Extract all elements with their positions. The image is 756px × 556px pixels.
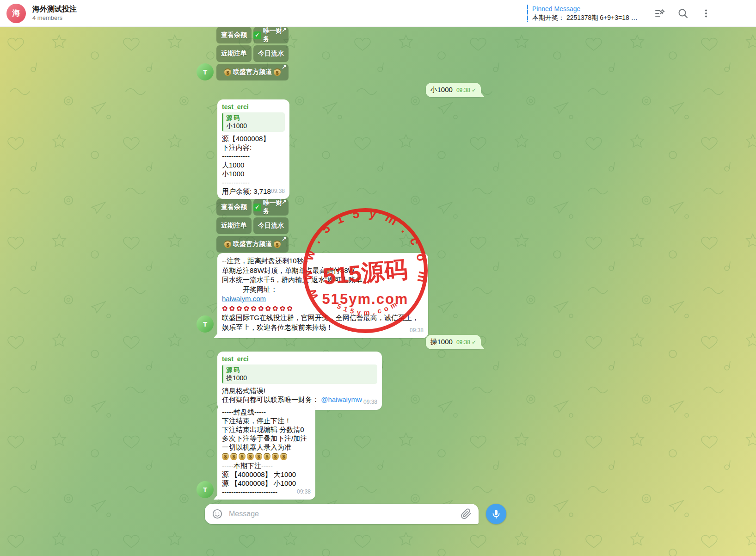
button-today-turnover[interactable]: 今日流水 xyxy=(253,217,289,234)
rose-icon: ✿ xyxy=(265,304,272,312)
bot-message-close: -----封盘线----- 下注结束，停止下注！ 下注结束出现编辑 分数清0 多… xyxy=(217,404,315,500)
message-time: 09:38 xyxy=(363,398,377,407)
group-avatar[interactable]: 海 xyxy=(6,4,26,23)
rose-row: ✿✿✿✿✿✿✿✿✿✿ xyxy=(222,304,424,314)
button-official-channel[interactable]: $ 联盛官方频道 $ ↗ xyxy=(216,236,289,253)
rose-icon: ✿ xyxy=(280,304,287,312)
sender-name[interactable]: test_erci xyxy=(222,355,377,364)
quote-title: 源 码 xyxy=(226,366,374,374)
chat-info[interactable]: 海外测试投注 4 members xyxy=(32,5,77,22)
bot-avatar[interactable]: T xyxy=(197,481,214,498)
bot-message-notice: --注意，距离封盘还剩10秒-- 单期总注88W封顶，单期单点最高赔付88W 回… xyxy=(217,253,428,338)
finance-mention-link[interactable]: @haiwaiymw xyxy=(321,395,362,403)
button-label: 联盛官方频道 xyxy=(233,68,272,76)
voice-record-button[interactable] xyxy=(486,504,506,524)
reply-quote[interactable]: 源 码 小1000 xyxy=(222,112,285,132)
telegram-window: 海 海外测试投注 4 members Pinned Message 本期开奖： … xyxy=(0,0,756,556)
button-label: 查看余额 xyxy=(221,31,247,39)
chat-canvas: 查看余额 ✓ 唯一财务 ↗ 近期注单 今日流水 $ 联盛官方 xyxy=(0,27,756,556)
message-line: haiwaiym.com xyxy=(222,294,424,304)
message-line: 任何疑问都可以联系唯一财务： @haiwaiymw 09:38 xyxy=(222,395,377,404)
message-meta: 09:38 ✓ xyxy=(456,339,476,346)
quote-text: 小1000 xyxy=(226,122,281,130)
group-avatar-letter: 海 xyxy=(12,8,20,19)
message-line: 单期总注88W封顶，单期单点最高赔付88W xyxy=(222,266,424,276)
button-label: 近期注单 xyxy=(221,222,247,230)
inline-keyboard-1: 查看余额 ✓ 唯一财务 ↗ 近期注单 今日流水 $ 联盛官方 xyxy=(216,27,289,82)
bot-avatar[interactable]: T xyxy=(197,63,214,80)
message-meta: 09:38 ✓ xyxy=(456,87,476,93)
rose-icon: ✿ xyxy=(272,304,280,312)
message-time: 09:38 xyxy=(410,326,424,335)
rose-icon: ✿ xyxy=(236,304,244,312)
button-official-channel[interactable]: $ 联盛官方频道 $ ↗ xyxy=(216,64,289,80)
message-text: 操1000 xyxy=(430,338,453,346)
pinned-label: Pinned Message xyxy=(532,5,641,13)
moneybag-row: $$$$$$$$ xyxy=(222,452,287,461)
button-today-turnover[interactable]: 今日流水 xyxy=(253,45,289,62)
message-input[interactable] xyxy=(229,510,455,518)
moneybag-icon: $ xyxy=(224,68,231,76)
header-actions xyxy=(654,8,712,19)
pinned-message-banner[interactable]: Pinned Message 本期开奖： 2251378期 6+9+3=18 大… xyxy=(527,5,641,22)
bot-avatar-letter: T xyxy=(203,486,207,494)
button-check-balance[interactable]: 查看余额 xyxy=(216,27,252,43)
pinned-list-icon[interactable] xyxy=(654,8,665,19)
members-count: 4 members xyxy=(32,14,77,22)
moneybag-icon: $ xyxy=(230,453,237,460)
bot-avatar-letter: T xyxy=(203,320,207,328)
button-recent-orders[interactable]: 近期注单 xyxy=(216,45,252,62)
message-line: ------------ xyxy=(222,152,285,161)
rose-icon: ✿ xyxy=(287,304,294,312)
moneybag-icon: $ xyxy=(274,68,281,76)
message-line: 小1000 xyxy=(222,169,285,178)
pinned-content: Pinned Message 本期开奖： 2251378期 6+9+3=18 大… xyxy=(532,5,641,22)
message-line: -----封盘线----- xyxy=(222,408,311,416)
chat-title: 海外测试投注 xyxy=(32,5,77,14)
check-emoji-icon: ✓ xyxy=(253,31,261,39)
button-label: 近期注单 xyxy=(221,49,247,58)
lottery-site-link[interactable]: haiwaiym.com xyxy=(222,295,266,303)
message-line: 一切以机器人录入为准 xyxy=(222,443,311,451)
message-line: 下注内容: xyxy=(222,143,285,152)
external-link-icon: ↗ xyxy=(282,64,287,70)
promo-text: 联盛国际TG在线投注群，官网开奖，全网信誉最高，诚信至上，娱乐至上，欢迎各位老板… xyxy=(222,314,419,331)
outgoing-message-2: 操1000 09:38 ✓ xyxy=(426,335,481,349)
more-menu-icon[interactable] xyxy=(701,8,712,19)
chat-header: 海 海外测试投注 4 members Pinned Message 本期开奖： … xyxy=(0,0,756,27)
reply-quote[interactable]: 源 码 操1000 xyxy=(222,364,377,384)
attach-icon[interactable] xyxy=(460,508,472,520)
rose-icon: ✿ xyxy=(244,304,251,312)
bot-message-balance: test_erci 源 码 小1000 源【4000008】 下注内容: ---… xyxy=(217,99,289,199)
moneybag-icon: $ xyxy=(255,453,262,460)
button-check-balance[interactable]: 查看余额 xyxy=(216,199,252,216)
button-finance[interactable]: ✓ 唯一财务 ↗ xyxy=(253,27,289,43)
microphone-icon xyxy=(491,508,502,519)
pinned-text: 本期开奖： 2251378期 6+9+3=18 大... xyxy=(532,13,641,22)
quote-text: 操1000 xyxy=(226,374,374,382)
divider-text: ------------------------ xyxy=(222,488,277,496)
message-line: 多次下注等于叠加下注/加注 xyxy=(222,434,311,443)
pinned-bar xyxy=(527,5,528,22)
bot-message-error: test_erci 源 码 操1000 消息格式错误! 任何疑问都可以联系唯一财… xyxy=(217,352,382,410)
external-link-icon: ↗ xyxy=(282,27,287,33)
message-line: 回水统一流水千5，群内输入“返水”即可上账单。 xyxy=(222,275,424,285)
button-label: 今日流水 xyxy=(258,49,284,58)
bot-avatar[interactable]: T xyxy=(197,315,214,333)
button-finance[interactable]: ✓ 唯一财务 ↗ xyxy=(253,199,289,216)
message-time: 09:38 xyxy=(297,488,311,496)
external-link-icon: ↗ xyxy=(282,199,287,205)
search-icon[interactable] xyxy=(677,8,688,19)
button-recent-orders[interactable]: 近期注单 xyxy=(216,217,252,234)
message-line: ------------ xyxy=(222,178,285,187)
message-text: 小1000 xyxy=(430,86,453,94)
emoji-icon[interactable] xyxy=(211,508,223,520)
message-line: 消息格式错误! xyxy=(222,386,377,395)
sender-name[interactable]: test_erci xyxy=(222,103,285,111)
button-label: 联盛官方频道 xyxy=(233,240,272,248)
message-line: 源 【4000008】 大1000 xyxy=(222,470,311,479)
moneybag-icon: $ xyxy=(247,453,254,460)
message-line: 源 【4000008】 小1000 xyxy=(222,479,311,488)
outgoing-message-1: 小1000 09:38 ✓ xyxy=(426,83,481,97)
moneybag-icon: $ xyxy=(280,453,287,460)
